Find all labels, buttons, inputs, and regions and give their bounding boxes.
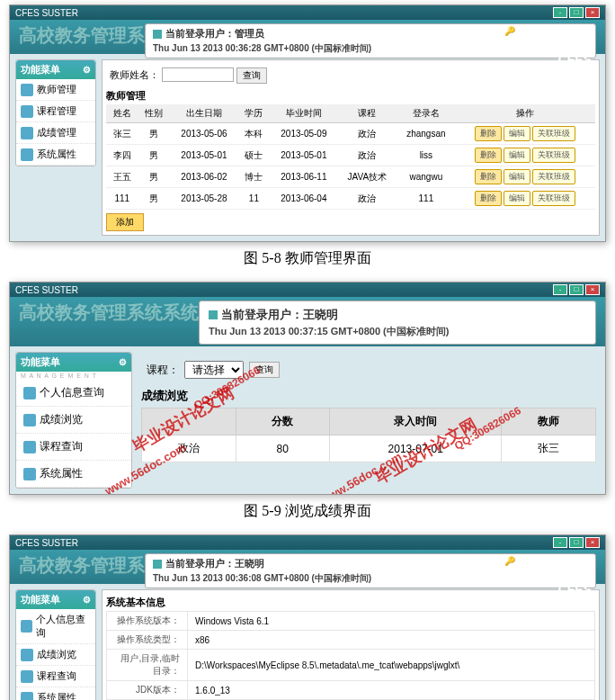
sidebar-item-label: 成绩浏览 <box>37 648 76 661</box>
sidebar-item-profile[interactable]: 个人信息查询 <box>16 380 131 407</box>
table-cell: 张三 <box>502 435 596 462</box>
maximize-button[interactable]: □ <box>569 7 584 18</box>
table-header: 课程 <box>338 104 397 123</box>
delete-button[interactable]: 删除 <box>475 126 502 141</box>
gear-icon[interactable]: ⚙ <box>83 595 91 605</box>
link-class-button[interactable]: 关联班级 <box>532 126 575 141</box>
delete-button[interactable]: 删除 <box>475 191 502 206</box>
table-cell: 男 <box>138 188 171 210</box>
nav-refresh[interactable]: ⟳ 刷新 <box>470 25 498 38</box>
delete-button[interactable]: 删除 <box>475 148 502 163</box>
menu-icon <box>21 127 33 139</box>
gear-icon[interactable]: ⚙ <box>119 357 127 367</box>
main-panel: 系统基本信息 操作系统版本：Windows Vista 6.1操作系统类型：x8… <box>102 589 600 700</box>
sidebar-item-grade[interactable]: 成绩管理 <box>16 122 95 144</box>
sidebar-item-course[interactable]: 课程管理 <box>16 101 95 122</box>
sidebar-item-system[interactable]: 系统属性 <box>16 144 95 166</box>
sidebar-title: 功能菜单 <box>21 355 60 369</box>
minimize-button[interactable]: - <box>553 537 567 548</box>
table-cell: 2013-05-01 <box>170 145 237 166</box>
minimize-button[interactable]: - <box>553 7 567 18</box>
sidebar-item-profile[interactable]: 个人信息查询 <box>16 609 95 644</box>
nav-forward[interactable]: 前进 ↻ <box>435 25 463 38</box>
table-cell: 本科 <box>238 123 271 145</box>
edit-button[interactable]: 编辑 <box>504 148 530 163</box>
search-button[interactable]: 查询 <box>236 67 267 84</box>
sidebar-item-system[interactable]: 系统属性 <box>16 461 131 488</box>
nav-logout[interactable]: ⎋ 退出 <box>561 25 587 38</box>
figure-caption: 图 5-8 教师管理界面 <box>0 249 615 268</box>
gear-icon[interactable]: ⚙ <box>83 65 91 75</box>
sidebar-item-teacher[interactable]: 教师管理 <box>16 79 95 101</box>
maximize-button[interactable]: □ <box>569 284 584 295</box>
menu-icon <box>21 692 33 701</box>
titlebar-text: CFES SUSTER <box>15 8 78 18</box>
prop-label: 操作系统版本： <box>107 612 188 631</box>
nav-refresh[interactable]: ⟳ 刷新 <box>470 555 498 568</box>
minimize-button[interactable]: - <box>553 284 567 295</box>
edit-button[interactable]: 编辑 <box>504 126 530 141</box>
current-user: 当前登录用户：王晓明 <box>165 557 264 570</box>
nav-back[interactable]: ↺ 后退 <box>400 555 428 568</box>
table-cell: 政治 <box>338 123 397 145</box>
sidebar: 功能菜单 ⚙ 个人信息查询 成绩浏览 课程查询 系统属性 <box>15 589 96 700</box>
table-cell: 11 <box>238 188 271 210</box>
sidebar-item-course-query[interactable]: 课程查询 <box>16 666 95 687</box>
course-label: 课程： <box>147 363 179 378</box>
sidebar-item-label: 系统属性 <box>40 466 83 481</box>
course-filter-row: 课程： 请选择 查询 <box>141 355 596 384</box>
prop-value: D:\Workspaces\MyEclipse 8.5\.metadata\.m… <box>188 650 595 681</box>
query-button[interactable]: 查询 <box>249 362 280 378</box>
menu-icon <box>21 649 33 661</box>
sidebar-header: 功能菜单 ⚙ <box>16 590 95 609</box>
nav-logout[interactable]: ⎋ 退出 <box>561 555 587 568</box>
add-button[interactable]: 添加 <box>106 213 144 231</box>
teacher-name-input[interactable] <box>162 67 234 82</box>
nav-forward[interactable]: 前进 ↻ <box>435 555 463 568</box>
table-header: 毕业时间 <box>270 104 337 123</box>
table-cell: 博士 <box>238 166 271 188</box>
table-cell: 111 <box>397 188 455 210</box>
table-cell: liss <box>397 145 455 166</box>
window-titlebar: CFES SUSTER - □ × <box>10 535 605 550</box>
close-button[interactable]: × <box>585 284 600 295</box>
menu-icon <box>23 468 36 480</box>
table-cell-ops: 删除编辑关联班级 <box>456 188 595 210</box>
teacher-table: 姓名性别出生日期学历毕业时间课程登录名操作 张三男2013-05-06本科201… <box>106 104 595 210</box>
table-cell: zhangsan <box>397 123 455 145</box>
table-row: 政治802013-07-01张三 <box>142 435 596 462</box>
main-panel: 课程： 请选择 查询 成绩浏览 分数录入时间教师 政治802013-07-01张… <box>138 352 600 466</box>
close-button[interactable]: × <box>585 537 600 548</box>
link-class-button[interactable]: 关联班级 <box>532 148 575 163</box>
prop-value: Windows Vista 6.1 <box>188 612 595 631</box>
prop-label: 操作系统类型： <box>107 631 188 650</box>
titlebar-text: CFES SUSTER <box>15 285 78 295</box>
edit-button[interactable]: 编辑 <box>504 191 530 206</box>
sidebar-item-grades[interactable]: 成绩浏览 <box>16 407 131 434</box>
maximize-button[interactable]: □ <box>569 537 584 548</box>
menu-icon <box>21 670 33 683</box>
search-row: 教师姓名： 查询 <box>106 64 595 87</box>
link-class-button[interactable]: 关联班级 <box>532 169 575 184</box>
close-button[interactable]: × <box>585 7 600 18</box>
nav-back[interactable]: ↺ 后退 <box>400 25 428 38</box>
table-cell: 政治 <box>338 188 397 210</box>
search-label: 教师姓名： <box>110 69 159 80</box>
nav-password[interactable]: 🔑 密码修改 <box>504 25 554 38</box>
table-header: 操作 <box>456 104 595 123</box>
window-titlebar: CFES SUSTER - □ × <box>10 283 605 297</box>
delete-button[interactable]: 删除 <box>475 169 502 184</box>
sidebar-item-label: 课程管理 <box>37 104 76 118</box>
system-props-table: 操作系统版本：Windows Vista 6.1操作系统类型：x86用户,目录,… <box>106 611 595 700</box>
table-cell: 张三 <box>106 123 138 145</box>
link-class-button[interactable]: 关联班级 <box>532 191 575 206</box>
sidebar-item-course-query[interactable]: 课程查询 <box>16 434 131 461</box>
top-nav: ↺ 后退 前进 ↻ ⟳ 刷新 🔑 密码修改 ⎋ 退出 <box>400 555 587 568</box>
sidebar-item-system[interactable]: 系统属性 <box>16 687 95 700</box>
sidebar-header: 功能菜单 ⚙ <box>16 60 95 79</box>
nav-password[interactable]: 🔑 密码修改 <box>504 555 554 568</box>
app-title: 高校教务管理系统系统 <box>19 302 199 322</box>
course-select[interactable]: 请选择 <box>184 361 244 379</box>
sidebar-item-grades[interactable]: 成绩浏览 <box>16 644 95 666</box>
edit-button[interactable]: 编辑 <box>504 169 530 184</box>
